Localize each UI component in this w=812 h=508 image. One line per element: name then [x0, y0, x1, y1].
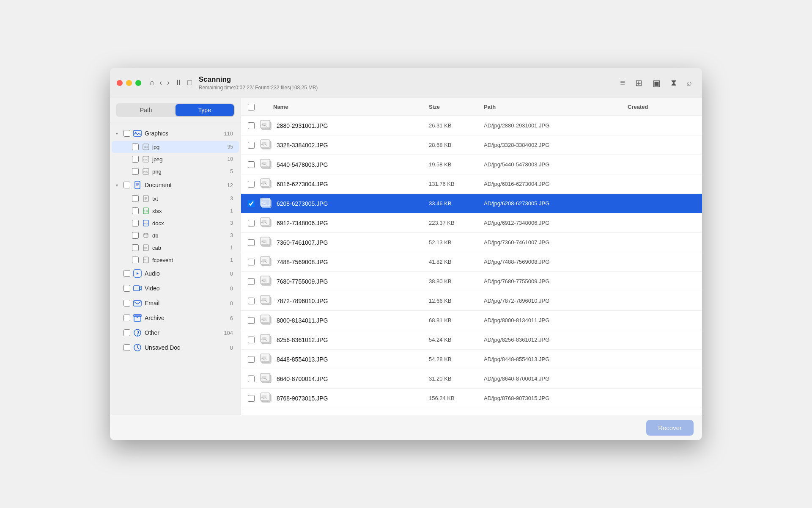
sidebar-item-video[interactable]: Video0	[112, 281, 239, 295]
graphics-checkbox[interactable]	[123, 130, 130, 137]
table-row[interactable]: 7360-7461007.JPG52.13 KBAD/jpg/7360-7461…	[241, 233, 702, 252]
pause-button[interactable]: ⏸	[172, 77, 185, 89]
sidebar-item-unsaved[interactable]: Unsaved Doc0	[112, 340, 239, 355]
table-row[interactable]: 8256-8361012.JPG54.24 KBAD/jpg/8256-8361…	[241, 330, 702, 350]
close-button[interactable]	[117, 80, 123, 86]
file-list: 2880-2931001.JPG26.31 KBAD/jpg/2880-2931…	[241, 116, 702, 415]
table-row[interactable]: 5440-5478003.JPG19.58 KBAD/jpg/5440-5478…	[241, 155, 702, 174]
row-checkbox[interactable]	[248, 259, 255, 265]
email-icon	[133, 298, 142, 308]
table-row[interactable]: 6912-7348006.JPG223.37 KBAD/jpg/6912-734…	[241, 213, 702, 233]
row-checkbox[interactable]	[248, 181, 255, 188]
row-checkbox[interactable]	[248, 395, 255, 402]
archive-checkbox[interactable]	[123, 315, 130, 321]
row-checkbox[interactable]	[248, 356, 255, 363]
docx-checkbox[interactable]	[132, 220, 139, 226]
back-button[interactable]: ‹	[157, 77, 165, 89]
document-icon	[133, 180, 142, 190]
xlsx-label: xlsx	[152, 208, 230, 214]
row-checkbox[interactable]	[248, 298, 255, 304]
table-row[interactable]: 2880-2931001.JPG26.31 KBAD/jpg/2880-2931…	[241, 116, 702, 135]
table-row[interactable]: 7488-7569008.JPG41.82 KBAD/jpg/7488-7569…	[241, 252, 702, 272]
audio-checkbox[interactable]	[123, 270, 130, 277]
table-row[interactable]: 8448-8554013.JPG54.28 KBAD/jpg/8448-8554…	[241, 350, 702, 369]
preview-view-button[interactable]: ▣	[649, 75, 664, 91]
email-checkbox[interactable]	[123, 300, 130, 306]
sidebar-item-xlsx[interactable]: XLSXxlsx1	[112, 205, 239, 217]
table-row[interactable]: 8640-8700014.JPG31.20 KBAD/jpg/8640-8700…	[241, 369, 702, 389]
sidebar-item-docx[interactable]: DOCXdocx3	[112, 217, 239, 229]
xlsx-count: 1	[230, 208, 233, 214]
recover-button[interactable]: Recover	[646, 420, 694, 436]
row-checkbox[interactable]	[248, 142, 255, 149]
select-all-checkbox[interactable]	[248, 104, 255, 110]
jpg-checkbox[interactable]	[132, 144, 139, 150]
grid-view-button[interactable]: ⊞	[632, 75, 646, 91]
sidebar-item-fcpevent[interactable]: FCPfcpevent1	[112, 254, 239, 266]
row-checkbox[interactable]	[248, 161, 255, 168]
jpeg-checkbox[interactable]	[132, 156, 139, 163]
other-checkbox[interactable]	[123, 329, 130, 336]
file-type-icon	[260, 177, 273, 191]
row-checkbox[interactable]	[248, 200, 255, 207]
row-checkbox[interactable]	[248, 317, 255, 324]
minimize-button[interactable]	[126, 80, 132, 86]
table-row[interactable]: 8000-8134011.JPG68.81 KBAD/jpg/8000-8134…	[241, 311, 702, 330]
unsaved-checkbox[interactable]	[123, 344, 130, 351]
sidebar-item-archive[interactable]: Archive6	[112, 311, 239, 325]
row-checkbox[interactable]	[248, 220, 255, 226]
txt-checkbox[interactable]	[132, 195, 139, 202]
filter-button[interactable]: ⧗	[667, 75, 680, 90]
stop-button[interactable]: □	[185, 77, 195, 89]
table-row[interactable]: 8768-9073015.JPG156.24 KBAD/jpg/8768-907…	[241, 389, 702, 408]
svg-text:JPG: JPG	[144, 146, 148, 149]
file-size: 33.46 KB	[429, 200, 484, 207]
table-row[interactable]: 7680-7755009.JPG38.80 KBAD/jpg/7680-7755…	[241, 272, 702, 291]
file-name: 5440-5478003.JPG	[277, 161, 429, 168]
file-size: 54.24 KB	[429, 337, 484, 343]
sidebar-item-graphics[interactable]: ▾Graphics110	[112, 126, 239, 141]
sidebar-item-txt[interactable]: txt3	[112, 193, 239, 204]
segment-control: Path Type	[116, 103, 235, 117]
document-checkbox[interactable]	[123, 182, 130, 188]
type-tab[interactable]: Type	[176, 104, 234, 116]
audio-icon	[133, 269, 142, 278]
png-checkbox[interactable]	[132, 168, 139, 175]
sidebar-item-db[interactable]: db3	[112, 229, 239, 241]
row-checkbox[interactable]	[248, 375, 255, 382]
sidebar-item-document[interactable]: ▾Document12	[112, 178, 239, 192]
sidebar-item-audio[interactable]: Audio0	[112, 266, 239, 281]
fcpevent-checkbox[interactable]	[132, 257, 139, 263]
sidebar-item-png[interactable]: PNGpng5	[112, 166, 239, 177]
sidebar-item-jpeg[interactable]: JPEGjpeg10	[112, 153, 239, 165]
sidebar-item-other[interactable]: Other104	[112, 326, 239, 340]
svg-point-25	[137, 335, 138, 336]
db-checkbox[interactable]	[132, 232, 139, 239]
forward-button[interactable]: ›	[165, 77, 172, 89]
column-name-header: Name	[273, 104, 429, 110]
video-checkbox[interactable]	[123, 285, 130, 292]
sidebar-item-email[interactable]: Email0	[112, 296, 239, 310]
column-size-header: Size	[429, 104, 484, 110]
home-button[interactable]: ⌂	[147, 77, 157, 89]
row-checkbox[interactable]	[248, 278, 255, 285]
xlsx-checkbox[interactable]	[132, 207, 139, 214]
sidebar-item-cab[interactable]: CABcab1	[112, 242, 239, 254]
file-size: 12.66 KB	[429, 298, 484, 304]
file-path: AD/jpg/7360-7461007.JPG	[484, 239, 628, 246]
table-row[interactable]: 7872-7896010.JPG12.66 KBAD/jpg/7872-7896…	[241, 291, 702, 311]
table-row[interactable]: 6208-6273005.JPG33.46 KBAD/jpg/6208-6273…	[241, 194, 702, 213]
search-button[interactable]: ⌕	[683, 75, 695, 90]
sidebar-item-jpg[interactable]: JPGjpg95	[112, 141, 239, 153]
row-checkbox[interactable]	[248, 239, 255, 246]
row-checkbox[interactable]	[248, 122, 255, 129]
maximize-button[interactable]	[135, 80, 141, 86]
table-row[interactable]: 6016-6273004.JPG131.76 KBAD/jpg/6016-627…	[241, 174, 702, 194]
list-view-button[interactable]: ≡	[617, 75, 628, 90]
table-row[interactable]: 3328-3384002.JPG28.68 KBAD/jpg/3328-3384…	[241, 135, 702, 155]
path-tab[interactable]: Path	[117, 104, 176, 116]
xlsx-icon: XLSX	[142, 207, 150, 215]
cab-checkbox[interactable]	[132, 244, 139, 251]
window-subtitle: Remaining time:0:02:22/ Found:232 files(…	[199, 85, 617, 91]
row-checkbox[interactable]	[248, 337, 255, 343]
